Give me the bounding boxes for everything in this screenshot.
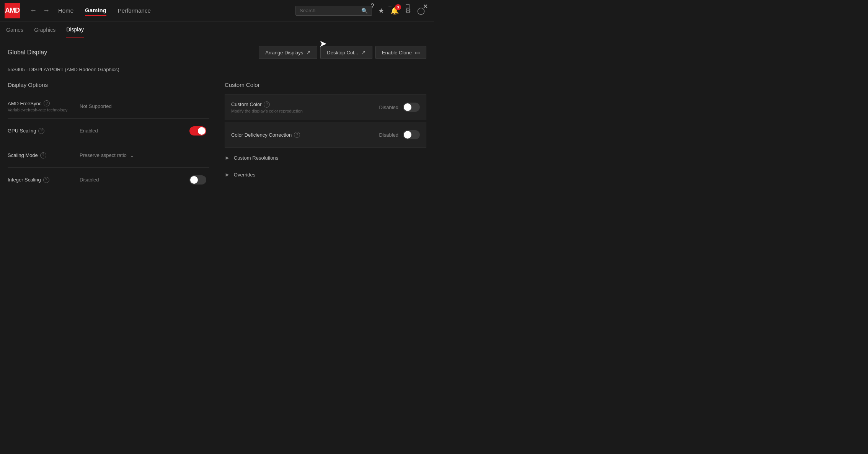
integer-scaling-toggle[interactable] xyxy=(189,175,206,185)
monitor-label: 55S405 - DISPLAYPORT (AMD Radeon Graphic… xyxy=(8,67,426,72)
overrides-chevron-icon: ► xyxy=(225,171,230,178)
integer-scaling-label-text: Integer Scaling xyxy=(8,177,41,183)
nav-arrows: ← → xyxy=(28,5,52,16)
search-box: 🔍 xyxy=(295,6,372,16)
gpu-scaling-label-text: GPU Scaling xyxy=(8,128,36,134)
freesync-value: Not Supported xyxy=(80,103,112,109)
scaling-mode-row: Scaling Mode ? Preserve aspect ratio ⌄ xyxy=(8,143,209,168)
color-deficiency-label-text: Color Deficiency Correction xyxy=(231,132,292,138)
enable-clone-label: Enable Clone xyxy=(382,50,412,56)
global-display-row: Global Display Arrange Displays ↗ Deskto… xyxy=(8,46,426,59)
scaling-mode-value-col: Preserve aspect ratio ⌄ xyxy=(77,152,209,158)
freesync-sublabel: Variable-refresh-rate technology xyxy=(8,108,72,112)
custom-color-label: Custom Color ? xyxy=(231,101,379,108)
gpu-scaling-row: GPU Scaling ? Enabled xyxy=(8,119,209,143)
integer-scaling-row: Integer Scaling ? Disabled xyxy=(8,168,209,192)
custom-color-title: Custom Color xyxy=(225,82,426,88)
gpu-scaling-value-col: Enabled xyxy=(77,126,209,136)
gpu-scaling-toggle[interactable] xyxy=(189,126,206,136)
custom-color-toggle-knob xyxy=(404,103,411,111)
custom-color-row: Custom Color ? Modify the display's colo… xyxy=(225,94,426,120)
integer-scaling-help-icon[interactable]: ? xyxy=(43,177,49,183)
scaling-mode-label-text: Scaling Mode xyxy=(8,152,38,158)
settings-button[interactable]: ⚙ xyxy=(403,5,413,16)
arrange-displays-icon: ↗ xyxy=(306,49,311,56)
amd-logo-text: AMD xyxy=(5,7,20,15)
integer-scaling-value: Disabled xyxy=(80,177,99,183)
bookmark-button[interactable]: ★ xyxy=(377,5,386,16)
freesync-label-text: AMD FreeSync xyxy=(8,101,41,106)
notifications-badge: 3 xyxy=(395,4,401,10)
overrides-label: Overrides xyxy=(234,172,255,178)
enable-clone-button[interactable]: Enable Clone ▭ xyxy=(375,46,426,59)
freesync-value-col: Not Supported xyxy=(77,103,209,109)
custom-color-label-text: Custom Color xyxy=(231,101,261,107)
gpu-scaling-toggle-knob xyxy=(198,127,206,135)
color-deficiency-help-icon[interactable]: ? xyxy=(294,132,300,138)
scaling-mode-chevron-icon: ⌄ xyxy=(130,152,134,158)
freesync-row: AMD FreeSync ? Variable-refresh-rate tec… xyxy=(8,94,209,119)
color-deficiency-label: Color Deficiency Correction ? xyxy=(231,132,379,138)
color-deficiency-row: Color Deficiency Correction ? Disabled xyxy=(225,122,426,148)
arrange-displays-button[interactable]: Arrange Displays ↗ xyxy=(259,46,317,59)
display-options-title: Display Options xyxy=(8,82,209,88)
custom-color-sublabel: Modify the display's color reproduction xyxy=(231,109,379,113)
custom-resolutions-label: Custom Resolutions xyxy=(234,155,278,161)
gpu-scaling-label: GPU Scaling ? xyxy=(8,128,72,134)
nav-performance[interactable]: Performance xyxy=(118,6,151,15)
desktop-color-button[interactable]: Desktop Col... ↗ xyxy=(320,46,372,59)
nav-home[interactable]: Home xyxy=(58,6,73,15)
global-display-title: Global Display xyxy=(8,49,47,56)
arrange-displays-label: Arrange Displays xyxy=(265,50,303,56)
content: Global Display Arrange Displays ↗ Deskto… xyxy=(0,38,434,200)
integer-scaling-value-col: Disabled xyxy=(77,175,209,185)
amd-logo: AMD xyxy=(5,3,20,18)
account-button[interactable]: ◯ xyxy=(416,5,426,16)
subnav-games[interactable]: Games xyxy=(6,21,23,38)
custom-color-value: Disabled xyxy=(379,105,398,110)
color-deficiency-label-col: Color Deficiency Correction ? xyxy=(231,132,379,138)
custom-resolutions-row[interactable]: ► Custom Resolutions xyxy=(225,149,426,166)
sub-nav: Games Graphics Display xyxy=(0,21,434,38)
scaling-mode-label: Scaling Mode ? xyxy=(8,152,72,158)
scaling-mode-help-icon[interactable]: ? xyxy=(40,152,46,158)
gpu-scaling-help-icon[interactable]: ? xyxy=(38,128,44,134)
scaling-mode-dropdown[interactable]: Preserve aspect ratio ⌄ xyxy=(80,152,134,158)
scaling-mode-label-col: Scaling Mode ? xyxy=(8,152,77,158)
integer-scaling-label-col: Integer Scaling ? xyxy=(8,177,77,183)
nav-back-button[interactable]: ← xyxy=(28,5,39,16)
gpu-scaling-label-col: GPU Scaling ? xyxy=(8,128,77,134)
freesync-label: AMD FreeSync ? xyxy=(8,100,72,106)
color-deficiency-toggle-knob xyxy=(404,131,411,139)
color-deficiency-value: Disabled xyxy=(379,132,398,138)
custom-resolutions-chevron-icon: ► xyxy=(225,155,230,161)
integer-scaling-toggle-knob xyxy=(190,176,198,184)
custom-color-toggle[interactable] xyxy=(403,103,420,112)
nav-forward-button[interactable]: → xyxy=(41,5,52,16)
color-deficiency-toggle[interactable] xyxy=(403,130,420,139)
custom-color-help-icon[interactable]: ? xyxy=(264,101,270,108)
integer-scaling-label: Integer Scaling ? xyxy=(8,177,72,183)
subnav-display[interactable]: Display xyxy=(66,21,84,38)
gpu-scaling-value: Enabled xyxy=(80,128,98,134)
action-buttons: Arrange Displays ↗ Desktop Col... ↗ Enab… xyxy=(259,46,426,59)
custom-color-col: Custom Color Custom Color ? Modify the d… xyxy=(225,82,426,192)
nav-links: Home Gaming Performance xyxy=(58,5,295,16)
overrides-row[interactable]: ► Overrides xyxy=(225,166,426,183)
freesync-help-icon[interactable]: ? xyxy=(44,100,50,106)
two-col-layout: Display Options AMD FreeSync ? Variable-… xyxy=(8,82,426,192)
custom-color-value-col: Disabled xyxy=(379,103,420,112)
freesync-label-col: AMD FreeSync ? Variable-refresh-rate tec… xyxy=(8,100,77,112)
notifications-button[interactable]: 🔔 3 xyxy=(389,5,400,16)
nav-gaming[interactable]: Gaming xyxy=(85,5,106,16)
display-options-col: Display Options AMD FreeSync ? Variable-… xyxy=(8,82,209,192)
desktop-color-label: Desktop Col... xyxy=(327,50,358,56)
desktop-color-icon: ↗ xyxy=(361,49,366,56)
color-deficiency-value-col: Disabled xyxy=(379,130,420,139)
enable-clone-icon: ▭ xyxy=(415,49,420,56)
search-input[interactable] xyxy=(300,8,358,13)
scaling-mode-value: Preserve aspect ratio xyxy=(80,152,127,158)
custom-color-label-col: Custom Color ? Modify the display's colo… xyxy=(231,101,379,113)
subnav-graphics[interactable]: Graphics xyxy=(34,21,55,38)
